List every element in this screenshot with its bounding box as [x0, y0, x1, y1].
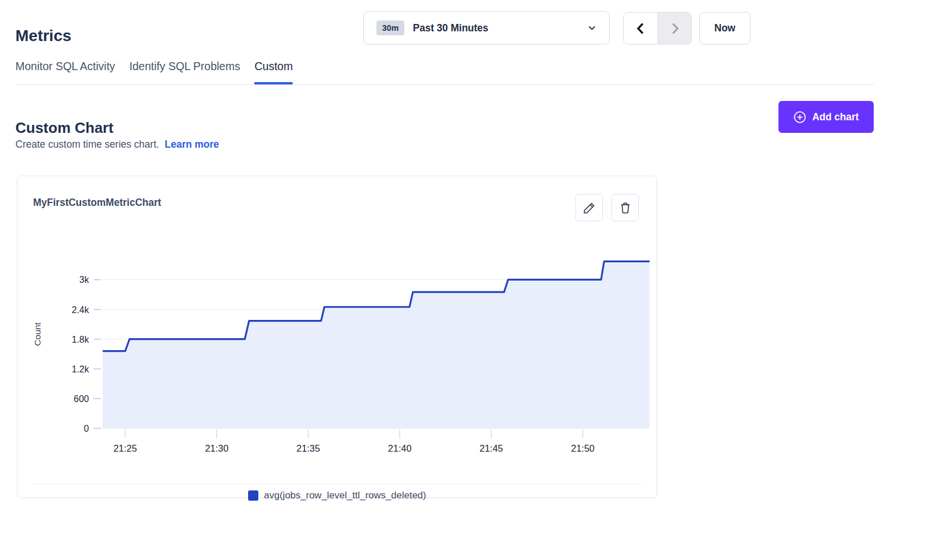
- tab-identify-sql-problems[interactable]: Identify SQL Problems: [129, 59, 240, 84]
- svg-text:21:50: 21:50: [571, 443, 594, 453]
- chevron-left-icon: [634, 21, 648, 36]
- legend-swatch: [248, 490, 258, 501]
- svg-text:21:25: 21:25: [113, 443, 137, 453]
- svg-text:21:30: 21:30: [205, 443, 228, 453]
- tabs-divider: [15, 84, 874, 85]
- add-chart-label: Add chart: [812, 111, 859, 123]
- svg-text:1.2k: 1.2k: [72, 364, 90, 374]
- legend-label: avg(jobs_row_level_ttl_rows_deleted): [264, 490, 426, 501]
- time-window-label: Past 30 Minutes: [413, 22, 587, 34]
- chart-legend: avg(jobs_row_level_ttl_rows_deleted): [18, 490, 656, 501]
- now-button[interactable]: Now: [699, 12, 751, 44]
- section-description: Create custom time series chart. Learn m…: [15, 139, 219, 151]
- svg-text:21:45: 21:45: [480, 443, 503, 453]
- tab-monitor-sql-activity[interactable]: Monitor SQL Activity: [15, 59, 115, 84]
- page-title: Metrics: [15, 27, 71, 45]
- time-window-badge: 30m: [376, 21, 404, 35]
- svg-text:600: 600: [74, 394, 89, 404]
- tab-custom[interactable]: Custom: [254, 59, 293, 84]
- svg-text:Count: Count: [33, 322, 42, 346]
- section-heading: Custom Chart: [15, 119, 113, 137]
- add-chart-button[interactable]: Add chart: [778, 101, 874, 133]
- plus-circle-icon: [793, 111, 806, 124]
- section-description-text: Create custom time series chart.: [15, 139, 159, 150]
- time-prev-button[interactable]: [624, 13, 658, 44]
- svg-text:21:40: 21:40: [388, 443, 411, 453]
- card-divider: [33, 484, 642, 484]
- svg-text:0: 0: [84, 424, 89, 433]
- metrics-tabs: Monitor SQL Activity Identify SQL Proble…: [15, 59, 293, 84]
- svg-text:2.4k: 2.4k: [72, 305, 90, 315]
- custom-chart-card: MyFirstCustomMetricChart 06001.2k1.8k2.4…: [17, 176, 657, 498]
- svg-text:1.8k: 1.8k: [72, 335, 90, 344]
- chevron-down-icon: [587, 23, 597, 33]
- time-window-selector[interactable]: 30m Past 30 Minutes: [363, 11, 610, 44]
- svg-text:3k: 3k: [79, 275, 90, 285]
- learn-more-link[interactable]: Learn more: [165, 139, 219, 150]
- custom-metric-chart: 06001.2k1.8k2.4k3k21:2521:3021:3521:4021…: [18, 176, 658, 461]
- svg-text:21:35: 21:35: [297, 443, 320, 453]
- time-nav-group: [623, 12, 692, 44]
- chevron-right-icon: [667, 21, 682, 36]
- time-next-button[interactable]: [658, 13, 691, 44]
